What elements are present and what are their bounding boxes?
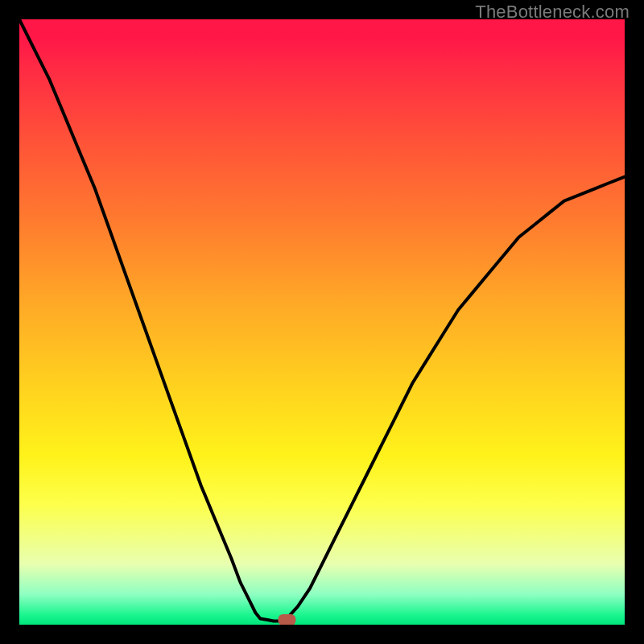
chart-overlay [19, 19, 625, 625]
bottleneck-curve [19, 19, 625, 621]
plot-area [19, 19, 625, 625]
chart-frame: TheBottleneck.com [0, 0, 644, 644]
watermark-text: TheBottleneck.com [475, 2, 630, 23]
optimal-point-marker [278, 614, 295, 625]
